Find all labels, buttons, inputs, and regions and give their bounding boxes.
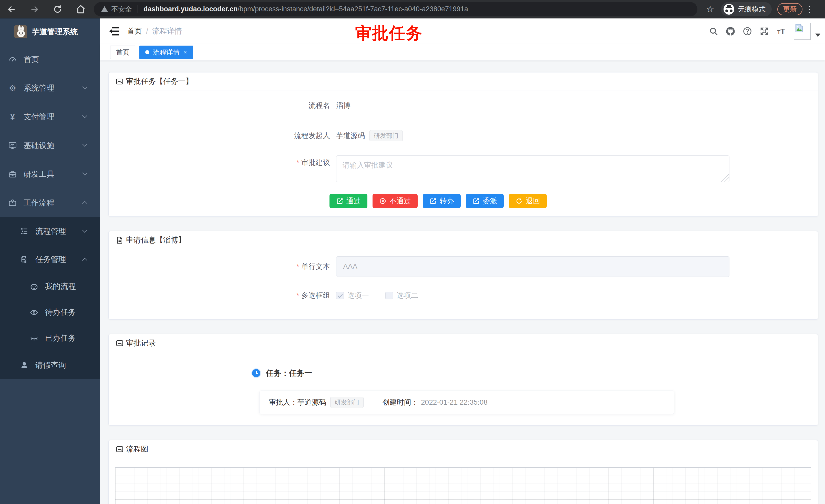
timeline-task-row: 任务：任务一 [108, 368, 818, 378]
suggestion-textarea[interactable] [336, 156, 730, 182]
suggestion-label: 审批建议 [108, 156, 330, 168]
assignee-label: 审批人： [269, 398, 297, 407]
checkbox-group-label: 多选框组 [108, 291, 330, 301]
chevron-up-icon [82, 201, 87, 206]
browser-menu-icon[interactable]: ⋮ [805, 4, 814, 14]
workflow-submenu: 流程管理 任务管理 我的流程 待办任务 [0, 217, 100, 379]
header-actions: TT [705, 18, 820, 44]
reject-button[interactable]: 不通过 [373, 194, 418, 208]
url-text[interactable]: dashboard.yudao.iocoder.cn/bpm/process-i… [144, 5, 468, 13]
approval-actions: 通过 不通过 转办 委派 [329, 194, 818, 208]
card-title: 审批记录 [126, 338, 156, 348]
not-secure-warning-icon [101, 6, 108, 12]
sidebar-item-task-mgmt[interactable]: 任务管理 [0, 245, 100, 273]
checkbox-option2[interactable]: 选项二 [385, 291, 418, 301]
back-icon[interactable] [0, 0, 23, 18]
process-diagram-card: 流程图 [108, 440, 818, 504]
annotation-text: 审批任务 [355, 22, 423, 44]
breadcrumb-home[interactable]: 首页 [127, 26, 142, 36]
address-bar[interactable]: 不安全 dashboard.yudao.iocoder.cn/bpm/proce… [94, 2, 697, 16]
transfer-button[interactable]: 转办 [423, 194, 461, 208]
face-icon [30, 282, 39, 291]
tab-home[interactable]: 首页 [110, 46, 135, 59]
chevron-down-icon [82, 142, 87, 147]
font-size-icon[interactable]: TT [773, 18, 790, 44]
url-domain: dashboard.yudao.iocoder.cn [144, 5, 238, 13]
sidebar-item-leave-query[interactable]: 请假查询 [0, 351, 100, 379]
checkbox-checked-icon [336, 292, 344, 300]
browser-update-button[interactable]: 更新 [777, 3, 803, 15]
active-tab-dot [145, 50, 149, 54]
suggestion-row: 审批建议 [108, 156, 818, 182]
create-time-label: 创建时间： [382, 398, 419, 407]
single-text-row: 单行文本 [108, 256, 818, 277]
card-header: 审批记录 [108, 334, 818, 352]
chevron-down-icon [82, 228, 87, 233]
search-icon[interactable] [705, 18, 722, 44]
sidebar-item-workflow[interactable]: 工作流程 [0, 188, 100, 217]
sidebar-item-process-mgmt[interactable]: 流程管理 [0, 217, 100, 245]
picture-icon [116, 445, 124, 453]
single-text-input[interactable] [336, 256, 730, 277]
flow-icon [20, 255, 29, 264]
card-header: 申请信息【滔博】 [108, 231, 818, 249]
dept-tag: 研发部门 [369, 130, 403, 141]
fullscreen-icon[interactable] [756, 18, 773, 44]
app-logo-row[interactable]: 芋道管理系统 [0, 18, 100, 45]
return-button[interactable]: 退回 [509, 194, 547, 208]
incognito-icon [724, 4, 734, 15]
sidebar-item-infra[interactable]: 基础设施 [0, 131, 100, 160]
approve-button[interactable]: 通过 [329, 194, 367, 208]
home-icon[interactable] [69, 0, 92, 18]
task-text: 任务：任务一 [266, 368, 312, 379]
avatar[interactable] [794, 23, 811, 40]
sidebar-item-todo-tasks[interactable]: 待办任务 [0, 300, 100, 325]
sidebar: 芋道管理系统 首页 ⚙ 系统管理 ¥ 支付管理 基础设施 [0, 18, 100, 504]
bpmn-diagram-canvas[interactable] [115, 468, 811, 504]
browser-chrome: 不安全 dashboard.yudao.iocoder.cn/bpm/proce… [0, 0, 825, 18]
forward-icon[interactable] [23, 0, 46, 18]
tab-close-icon[interactable]: × [184, 49, 187, 56]
single-text-label: 单行文本 [108, 262, 330, 271]
app-title: 芋道管理系统 [32, 27, 78, 37]
gear-icon: ⚙ [8, 84, 17, 92]
bookmark-star-icon[interactable]: ☆ [703, 4, 718, 15]
tab-process-detail[interactable]: 流程详情 × [139, 46, 193, 59]
app-logo [14, 25, 27, 38]
security-label: 不安全 [111, 5, 132, 14]
incognito-badge: 无痕模式 [721, 2, 772, 16]
url-path: /bpm/process-instance/detail?id=54aa251f… [238, 5, 468, 13]
github-icon[interactable] [722, 18, 739, 44]
picture-icon [116, 78, 124, 85]
sidebar-item-devtools[interactable]: 研发工具 [0, 160, 100, 188]
checkbox-option1[interactable]: 选项一 [336, 291, 369, 301]
sidebar-item-done-tasks[interactable]: 已办任务 [0, 325, 100, 351]
chevron-down-icon [82, 170, 87, 175]
url-divider [138, 5, 138, 13]
approval-records-card: 审批记录 任务：任务一 审批人： 芋道源码 研发部门 创建时间： 2022-01… [108, 334, 818, 426]
collapse-sidebar-icon[interactable] [109, 27, 120, 37]
incognito-label: 无痕模式 [738, 5, 765, 14]
eye-icon [30, 308, 39, 317]
process-name-row: 流程名 滔博 [108, 98, 818, 113]
sidebar-item-pay[interactable]: ¥ 支付管理 [0, 102, 100, 131]
screen: 不安全 dashboard.yudao.iocoder.cn/bpm/proce… [0, 0, 825, 504]
toolbox-icon [8, 170, 17, 178]
sidebar-item-my-process[interactable]: 我的流程 [0, 273, 100, 300]
list-tree-icon [20, 227, 29, 236]
delegate-button[interactable]: 委派 [466, 194, 504, 208]
main-area: 首页 / 流程详情 审批任务 TT [100, 18, 825, 504]
help-icon[interactable] [739, 18, 756, 44]
card-title: 审批任务【任务一】 [126, 76, 193, 87]
card-title: 流程图 [126, 444, 148, 454]
sidebar-item-home[interactable]: 首页 [0, 45, 100, 74]
avatar-caret-icon[interactable] [815, 33, 820, 37]
chevron-up-icon [82, 258, 87, 263]
sidebar-item-system[interactable]: ⚙ 系统管理 [0, 74, 100, 102]
create-time-value: 2022-01-21 22:35:08 [421, 398, 487, 406]
assignee-value: 芋道源码 [297, 398, 326, 407]
record-detail-card: 审批人： 芋道源码 研发部门 创建时间： 2022-01-21 22:35:08 [259, 391, 674, 414]
process-name-value: 滔博 [336, 101, 351, 110]
reload-icon[interactable] [46, 0, 69, 18]
yen-icon: ¥ [8, 112, 17, 121]
